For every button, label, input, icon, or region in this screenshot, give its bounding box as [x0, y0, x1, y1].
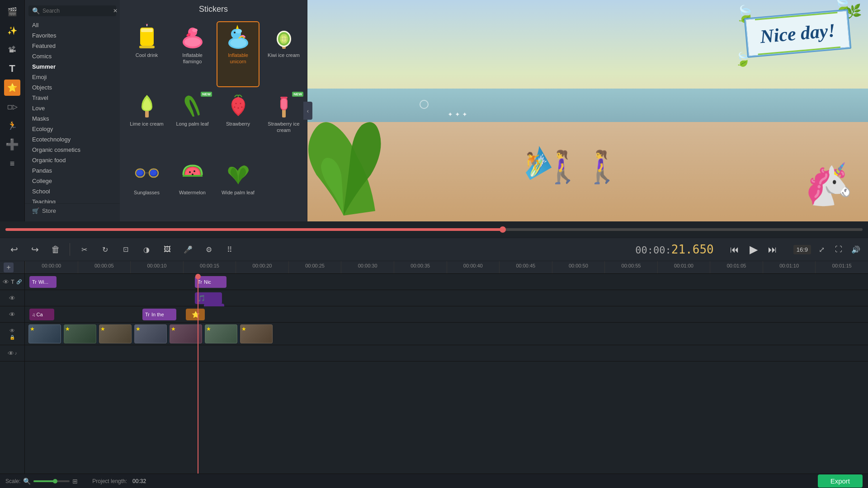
undo-button[interactable]: ↩ — [5, 241, 23, 258]
category-school[interactable]: School — [28, 186, 116, 197]
sticker-track2-eye[interactable]: 👁 — [9, 311, 15, 318]
tool-transitions[interactable]: ◻▷ — [4, 99, 20, 115]
category-masks[interactable]: Masks — [28, 113, 116, 124]
category-summer[interactable]: Summer — [28, 61, 116, 72]
category-emoji[interactable]: Emoji — [28, 72, 116, 82]
category-pandas[interactable]: Pandas — [28, 165, 116, 176]
scale-slider[interactable] — [33, 480, 70, 482]
category-travel[interactable]: Travel — [28, 93, 116, 103]
search-bar: 🔍 ✕ — [28, 5, 116, 16]
video-clip-6[interactable]: ★ — [205, 324, 237, 343]
delete-button[interactable]: 🗑 — [47, 241, 64, 258]
video-track-lock[interactable]: 🔒 — [9, 335, 15, 340]
sticker-wide-palm-leaf-image — [226, 162, 250, 188]
category-teaching[interactable]: Teaching — [28, 197, 116, 203]
svg-rect-38 — [137, 170, 143, 175]
crop-button[interactable]: ⊡ — [117, 241, 134, 258]
category-ecotechnology[interactable]: Ecotechnology — [28, 134, 116, 145]
play-pause-button[interactable]: ▶ — [745, 241, 762, 258]
close-search-icon[interactable]: ✕ — [113, 8, 118, 14]
sticker-strawberry-ice-cream[interactable]: NEW Strawberry ice cream — [262, 90, 305, 156]
sticker-lime-ice-cream[interactable]: Lime ice cream — [125, 90, 168, 156]
export-button[interactable]: Export — [818, 474, 863, 488]
category-objects[interactable]: Objects — [28, 82, 116, 93]
video-clip-1[interactable]: ★ — [28, 324, 61, 343]
category-love[interactable]: Love — [28, 103, 116, 113]
tool-overlay[interactable]: ➕ — [4, 136, 20, 153]
redo-button[interactable]: ↪ — [26, 241, 43, 258]
svg-point-3 — [146, 24, 148, 25]
progress-thumb[interactable] — [500, 226, 506, 233]
progress-track[interactable] — [5, 228, 863, 231]
sticker-clip-music[interactable]: 🎵 — [195, 292, 222, 304]
settings-button[interactable]: ⚙ — [200, 241, 217, 258]
tool-motion[interactable]: 🏃 — [4, 117, 20, 134]
playhead-handle[interactable] — [195, 274, 201, 279]
sticker-track1-eye[interactable]: 👁 — [9, 295, 15, 302]
sticker-clip-star[interactable]: ⭐ — [186, 309, 205, 320]
volume-button[interactable]: 🔊 — [849, 243, 863, 256]
tool-magic[interactable]: ✨ — [4, 23, 20, 39]
text-clip-win[interactable]: TrWi... — [29, 276, 57, 288]
ruler-mark-5: 00:00:25 — [288, 261, 341, 273]
sticker-cool-drink[interactable]: Cool drink — [125, 21, 168, 87]
category-all[interactable]: All — [28, 20, 116, 30]
sticker-inflatable-unicorn[interactable]: Inflatable unicorn — [217, 21, 259, 87]
video-clip-2[interactable]: ★ — [64, 324, 96, 343]
tool-text[interactable]: T — [4, 61, 20, 77]
image-button[interactable]: 🖼 — [159, 241, 176, 258]
sticker-sunglasses[interactable]: Sunglasses — [125, 159, 168, 218]
audio-track-eye[interactable]: 👁 — [8, 350, 14, 357]
audio-button[interactable]: 🎤 — [179, 241, 197, 258]
text-clip-in-the[interactable]: TrIn the — [142, 309, 176, 320]
sticker-strawberry[interactable]: Strawberry — [217, 90, 259, 156]
video-clip-7[interactable]: ★ — [240, 324, 273, 343]
sticker-watermelon[interactable]: Watermelon — [171, 159, 214, 218]
panel-collapse-button[interactable]: ‹ — [303, 102, 312, 120]
cut-button[interactable]: ✂ — [75, 241, 93, 258]
skip-forward-button[interactable]: ⏭ — [764, 241, 781, 258]
sticker-wide-palm-leaf[interactable]: Wide palm leaf — [217, 159, 259, 218]
unicorn-preview-sticker[interactable]: 🦄 — [804, 160, 854, 208]
more-button[interactable]: ⠿ — [221, 241, 238, 258]
add-track-button[interactable]: + — [4, 263, 14, 272]
fullscreen-preview-button[interactable]: ⤢ — [815, 243, 828, 256]
category-favorites[interactable]: Favorites — [28, 30, 116, 41]
category-organic-food[interactable]: Organic food — [28, 155, 116, 165]
tool-scenes[interactable]: 📽 — [4, 42, 20, 58]
text-track-link[interactable]: 🔗 — [16, 279, 22, 284]
sticker-palm-leaf-image — [182, 94, 203, 119]
tool-video[interactable]: 🎬 — [4, 4, 20, 20]
category-ecology[interactable]: Ecology — [28, 124, 116, 134]
category-featured[interactable]: Featured — [28, 41, 116, 51]
svg-rect-32 — [281, 99, 287, 109]
category-comics[interactable]: Comics — [28, 51, 116, 61]
ruler-mark-9: 00:00:45 — [499, 261, 552, 273]
search-input[interactable] — [42, 8, 110, 14]
zoom-out-icon[interactable]: 🔍 — [23, 478, 31, 485]
color-button[interactable]: ◑ — [138, 241, 155, 258]
ruler-mark-14: 00:01:10 — [763, 261, 816, 273]
store-button[interactable]: 🛒 Store — [25, 203, 120, 218]
tool-sticker[interactable]: ⭐ — [4, 80, 20, 96]
video-clip-4[interactable]: ★ — [134, 324, 167, 343]
playhead[interactable] — [198, 274, 198, 474]
sticker-long-palm-leaf[interactable]: NEW Long palm leaf — [171, 90, 214, 156]
sticker-kiwi-label: Kiwi ice cream — [268, 52, 300, 58]
zoom-in-icon[interactable]: ⊞ — [72, 478, 78, 485]
audio-clip-ca[interactable]: ♫Ca — [29, 309, 54, 320]
fullscreen-button[interactable]: ⛶ — [832, 243, 845, 256]
sticker-kiwi-ice-cream[interactable]: Kiwi ice cream — [262, 21, 305, 87]
tool-audio[interactable]: ≡ — [4, 155, 20, 172]
scale-slider-thumb[interactable] — [53, 479, 57, 483]
category-organic-cosmetics[interactable]: Organic cosmetics — [28, 145, 116, 155]
sticker-inflatable-flamingo[interactable]: Inflatable flamingo — [171, 21, 214, 87]
video-track-eye[interactable]: 👁 — [9, 328, 15, 334]
text-track-eye[interactable]: 👁 — [3, 278, 9, 286]
category-college[interactable]: College — [28, 176, 116, 186]
skip-back-button[interactable]: ⏮ — [726, 241, 743, 258]
rotate-button[interactable]: ↻ — [96, 241, 113, 258]
aspect-ratio-badge[interactable]: 16:9 — [793, 245, 811, 254]
video-clip-3[interactable]: ★ — [99, 324, 132, 343]
sticker-lime-label: Lime ice cream — [130, 121, 164, 127]
